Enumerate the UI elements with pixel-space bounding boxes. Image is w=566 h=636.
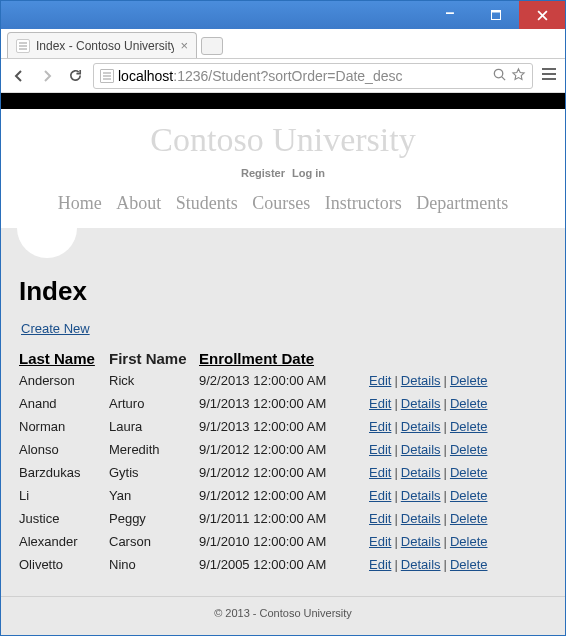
menu-button[interactable]	[541, 67, 557, 84]
edit-link[interactable]: Edit	[369, 442, 391, 457]
delete-link[interactable]: Delete	[450, 442, 488, 457]
browser-window: Index - Contoso University × localhost:1…	[0, 0, 566, 636]
details-link[interactable]: Details	[401, 419, 441, 434]
edit-link[interactable]: Edit	[369, 419, 391, 434]
tab-close-icon[interactable]: ×	[180, 38, 188, 53]
window-close-button[interactable]	[519, 1, 565, 29]
separator: |	[444, 488, 447, 503]
separator: |	[394, 373, 397, 388]
delete-link[interactable]: Delete	[450, 488, 488, 503]
cell-enrollment-date: 9/2/2013 12:00:00 AM	[199, 369, 369, 392]
site-logo[interactable]: Contoso University	[1, 121, 565, 159]
cell-first-name: Arturo	[109, 392, 199, 415]
new-tab-button[interactable]	[201, 37, 223, 55]
nav-students[interactable]: Students	[176, 193, 238, 213]
page-icon	[16, 39, 30, 53]
delete-link[interactable]: Delete	[450, 373, 488, 388]
site-header: Contoso University Register Log in Home …	[1, 109, 565, 228]
details-link[interactable]: Details	[401, 488, 441, 503]
details-link[interactable]: Details	[401, 396, 441, 411]
cell-last-name: Justice	[19, 507, 109, 530]
browser-tab[interactable]: Index - Contoso University ×	[7, 32, 197, 58]
edit-link[interactable]: Edit	[369, 511, 391, 526]
account-links: Register Log in	[1, 167, 565, 179]
cell-first-name: Meredith	[109, 438, 199, 461]
table-row: AnandArturo9/1/2013 12:00:00 AMEdit|Deta…	[19, 392, 547, 415]
create-new-link[interactable]: Create New	[21, 321, 90, 336]
cell-last-name: Barzdukas	[19, 461, 109, 484]
login-link[interactable]: Log in	[292, 167, 325, 179]
register-link[interactable]: Register	[241, 167, 285, 179]
separator: |	[394, 511, 397, 526]
cell-last-name: Li	[19, 484, 109, 507]
cell-first-name: Laura	[109, 415, 199, 438]
delete-link[interactable]: Delete	[450, 419, 488, 434]
edit-link[interactable]: Edit	[369, 465, 391, 480]
cell-actions: Edit|Details|Delete	[369, 392, 547, 415]
edit-link[interactable]: Edit	[369, 557, 391, 572]
separator: |	[394, 396, 397, 411]
svg-point-4	[494, 69, 502, 77]
sort-last-name[interactable]: Last Name	[19, 350, 95, 367]
nav-departments[interactable]: Departments	[416, 193, 508, 213]
cell-actions: Edit|Details|Delete	[369, 553, 547, 576]
cell-actions: Edit|Details|Delete	[369, 415, 547, 438]
cell-first-name: Rick	[109, 369, 199, 392]
window-maximize-button[interactable]	[473, 1, 519, 29]
cell-enrollment-date: 9/1/2005 12:00:00 AM	[199, 553, 369, 576]
cell-actions: Edit|Details|Delete	[369, 507, 547, 530]
cell-last-name: Norman	[19, 415, 109, 438]
delete-link[interactable]: Delete	[450, 534, 488, 549]
nav-home[interactable]: Home	[58, 193, 102, 213]
separator: |	[394, 442, 397, 457]
cell-first-name: Nino	[109, 553, 199, 576]
cell-first-name: Gytis	[109, 461, 199, 484]
nav-courses[interactable]: Courses	[252, 193, 310, 213]
cell-last-name: Olivetto	[19, 553, 109, 576]
table-row: BarzdukasGytis9/1/2012 12:00:00 AMEdit|D…	[19, 461, 547, 484]
delete-link[interactable]: Delete	[450, 557, 488, 572]
delete-link[interactable]: Delete	[450, 511, 488, 526]
cell-actions: Edit|Details|Delete	[369, 438, 547, 461]
footer: © 2013 - Contoso University	[1, 596, 565, 633]
window-minimize-button[interactable]	[427, 1, 473, 29]
address-bar[interactable]: localhost:1236/Student?sortOrder=Date_de…	[93, 63, 533, 89]
edit-link[interactable]: Edit	[369, 373, 391, 388]
details-link[interactable]: Details	[401, 511, 441, 526]
table-row: AlexanderCarson9/1/2010 12:00:00 AMEdit|…	[19, 530, 547, 553]
back-button[interactable]	[9, 66, 29, 86]
details-link[interactable]: Details	[401, 373, 441, 388]
window-titlebar	[1, 1, 565, 29]
cell-enrollment-date: 9/1/2011 12:00:00 AM	[199, 507, 369, 530]
zoom-icon[interactable]	[492, 67, 507, 85]
tab-title: Index - Contoso University	[36, 39, 174, 53]
cell-enrollment-date: 9/1/2013 12:00:00 AM	[199, 415, 369, 438]
cell-enrollment-date: 9/1/2010 12:00:00 AM	[199, 530, 369, 553]
table-row: AndersonRick9/2/2013 12:00:00 AMEdit|Det…	[19, 369, 547, 392]
edit-link[interactable]: Edit	[369, 396, 391, 411]
sort-enrollment-date[interactable]: Enrollment Date	[199, 350, 314, 367]
edit-link[interactable]: Edit	[369, 488, 391, 503]
details-link[interactable]: Details	[401, 534, 441, 549]
separator: |	[394, 534, 397, 549]
reload-button[interactable]	[65, 66, 85, 86]
details-link[interactable]: Details	[401, 465, 441, 480]
delete-link[interactable]: Delete	[450, 465, 488, 480]
content: Index Create New Last Name First Name En…	[1, 258, 565, 596]
separator: |	[444, 465, 447, 480]
nav-about[interactable]: About	[116, 193, 161, 213]
cell-first-name: Yan	[109, 484, 199, 507]
separator: |	[394, 557, 397, 572]
url-host: localhost	[118, 68, 173, 84]
cell-enrollment-date: 9/1/2012 12:00:00 AM	[199, 461, 369, 484]
nav-instructors[interactable]: Instructors	[325, 193, 402, 213]
details-link[interactable]: Details	[401, 442, 441, 457]
bookmark-icon[interactable]	[511, 67, 526, 85]
delete-link[interactable]: Delete	[450, 396, 488, 411]
edit-link[interactable]: Edit	[369, 534, 391, 549]
forward-button[interactable]	[37, 66, 57, 86]
header-black-bar	[1, 93, 565, 109]
details-link[interactable]: Details	[401, 557, 441, 572]
cell-last-name: Anand	[19, 392, 109, 415]
separator: |	[394, 488, 397, 503]
